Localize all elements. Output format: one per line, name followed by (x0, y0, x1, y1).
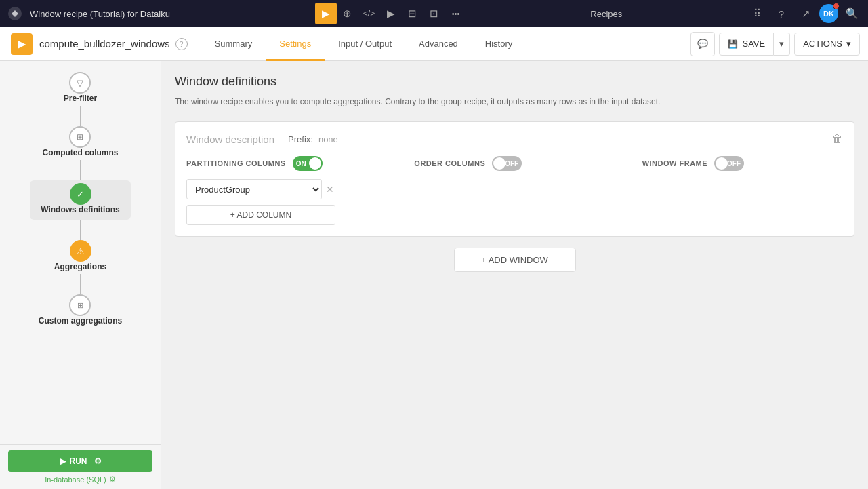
avatar-initials: DK (823, 9, 834, 18)
recipe-header: ▶ compute_bulldozer_windows ? Summary Se… (0, 27, 868, 61)
sidebar-bottom: ▶ RUN ⚙ In-database (SQL) ⚙ (0, 444, 161, 489)
window-frame-toggle[interactable]: OFF (714, 156, 744, 171)
add-window-container: + ADD WINDOW (175, 248, 854, 272)
main-layout: ▽ Pre-filter ⊞ Computed columns ✓ Window… (0, 61, 868, 489)
aggregations-label: Aggregations (54, 262, 106, 271)
tab-summary[interactable]: Summary (201, 28, 266, 61)
code-icon[interactable]: </> (358, 3, 380, 24)
sidebar-pipeline: ▽ Pre-filter ⊞ Computed columns ✓ Window… (0, 61, 161, 444)
in-database-label-text: In-database (SQL) (45, 475, 106, 484)
recipe-run-icon[interactable]: ▶ (315, 3, 337, 24)
actions-button[interactable]: ACTIONS ▾ (794, 33, 860, 56)
window-frame-label: WINDOW FRAME (642, 159, 707, 168)
columns-row: PARTITIONING COLUMNS ON ProductGroup ✕ (186, 156, 843, 225)
print-icon[interactable]: ⊟ (402, 3, 423, 24)
save-button[interactable]: 💾 SAVE (719, 33, 774, 56)
recipe-name: compute_bulldozer_windows (39, 38, 170, 50)
add-window-button[interactable]: + ADD WINDOW (454, 248, 576, 272)
top-nav: Window recipe (Tutorial) for Dataiku ▶ ⊕… (0, 0, 868, 27)
check-icon: ✓ (77, 189, 84, 199)
actions-chevron-icon: ▾ (846, 39, 851, 49)
flow-icon[interactable]: ⊕ (337, 3, 358, 24)
more-icon[interactable]: ••• (445, 3, 467, 24)
apps-grid-icon[interactable]: ⠿ (746, 3, 768, 24)
recipe-type-icon: ▶ (11, 33, 33, 55)
delete-window-button[interactable]: 🗑 (832, 133, 843, 145)
custom-icon: ⊞ (77, 301, 83, 310)
columns-icon: ⊞ (77, 132, 83, 142)
computed-columns-circle[interactable]: ⊞ (69, 126, 91, 148)
warning-icon: ⚠ (77, 246, 85, 256)
partitioning-toggle-on-label: ON (296, 160, 306, 168)
recipe-tabs: Summary Settings Input / Output Advanced… (201, 27, 526, 60)
recipe-header-right: 💬 💾 SAVE ▾ ACTIONS ▾ (690, 32, 868, 56)
computed-columns-label: Computed columns (42, 148, 118, 157)
order-columns-toggle[interactable]: OFF (492, 156, 522, 171)
recipes-label: Recipes (590, 9, 622, 19)
main-content: Window definitions The window recipe ena… (161, 61, 868, 489)
settings-gear-icon[interactable]: ⚙ (109, 475, 116, 484)
avatar[interactable]: DK (819, 4, 838, 23)
pipeline-node-computed-columns[interactable]: ⊞ Computed columns (42, 126, 118, 160)
pipeline-line-4 (80, 274, 81, 294)
partitioning-toggle-knob (309, 157, 321, 170)
section-title: Window definitions (175, 75, 854, 89)
save-dropdown-button[interactable]: ▾ (774, 33, 790, 56)
run-gear-icon: ⚙ (94, 456, 102, 466)
pre-filter-circle[interactable]: ▽ (69, 72, 91, 94)
partitioning-toggle[interactable]: ON (293, 156, 323, 171)
grid-icon[interactable]: ⊡ (423, 3, 445, 24)
section-description: The window recipe enables you to compute… (175, 96, 854, 108)
window-card: Window description Prefix: none 🗑 PARTIT… (175, 121, 854, 237)
pipeline-node-custom-aggregations[interactable]: ⊞ Custom aggregations (39, 294, 122, 328)
custom-aggregations-circle[interactable]: ⊞ (69, 294, 91, 316)
windows-definitions-circle[interactable]: ✓ (70, 183, 91, 205)
order-columns-section: ORDER COLUMNS OFF (414, 156, 615, 179)
search-icon[interactable]: 🔍 (841, 3, 863, 24)
app-logo (5, 4, 24, 23)
partitioning-columns-label: PARTITIONING COLUMNS (186, 159, 286, 168)
tab-history[interactable]: History (472, 28, 526, 61)
tab-input-output[interactable]: Input / Output (325, 28, 405, 61)
pipeline-line-1 (80, 106, 81, 126)
pipeline-line-2 (80, 160, 81, 180)
window-frame-header: WINDOW FRAME OFF (642, 156, 843, 171)
order-columns-label: ORDER COLUMNS (414, 159, 485, 168)
windows-definitions-label: Windows definitions (41, 205, 120, 214)
window-card-header: Window description Prefix: none 🗑 (186, 133, 843, 145)
window-frame-section: WINDOW FRAME OFF (642, 156, 843, 179)
notification-badge (833, 3, 840, 9)
in-database-info: In-database (SQL) ⚙ (8, 475, 152, 484)
run-button[interactable]: ▶ RUN ⚙ (8, 450, 152, 472)
tab-advanced[interactable]: Advanced (405, 28, 472, 61)
analytics-icon[interactable]: ↗ (795, 3, 817, 24)
order-columns-header: ORDER COLUMNS OFF (414, 156, 615, 171)
pipeline-node-pre-filter[interactable]: ▽ Pre-filter (64, 72, 97, 106)
pipeline-line-3 (80, 220, 81, 240)
play-icon[interactable]: ▶ (380, 3, 402, 24)
partitioning-column-row: ProductGroup ✕ (186, 179, 387, 199)
help-icon[interactable]: ? (770, 3, 792, 24)
filter-icon: ▽ (77, 78, 83, 88)
custom-aggregations-label: Custom aggregations (39, 316, 122, 326)
partitioning-columns-header: PARTITIONING COLUMNS ON (186, 156, 387, 171)
pipeline-node-windows-definitions[interactable]: ✓ Windows definitions (30, 180, 131, 220)
prefix-value: none (318, 134, 338, 144)
order-columns-toggle-off-label: OFF (505, 160, 518, 168)
comments-button[interactable]: 💬 (690, 32, 715, 56)
prefix-row: Prefix: none (288, 134, 338, 144)
window-frame-toggle-off-label: OFF (727, 160, 741, 168)
nav-right: ⠿ ? ↗ DK 🔍 (746, 3, 863, 24)
run-play-icon: ▶ (60, 456, 66, 466)
add-partitioning-column-button[interactable]: + ADD COLUMN (186, 205, 335, 225)
partitioning-columns-section: PARTITIONING COLUMNS ON ProductGroup ✕ (186, 156, 387, 225)
tab-settings[interactable]: Settings (266, 28, 325, 61)
partitioning-column-select[interactable]: ProductGroup (186, 179, 322, 199)
pipeline-node-aggregations[interactable]: ⚠ Aggregations (54, 240, 106, 274)
prefix-label: Prefix: (288, 134, 313, 144)
aggregations-circle[interactable]: ⚠ (70, 240, 91, 262)
sidebar: ▽ Pre-filter ⊞ Computed columns ✓ Window… (0, 61, 161, 489)
remove-partitioning-col-button[interactable]: ✕ (326, 184, 334, 195)
recipe-help-icon[interactable]: ? (175, 38, 188, 50)
window-title: Window recipe (Tutorial) for Dataiku (30, 9, 310, 19)
